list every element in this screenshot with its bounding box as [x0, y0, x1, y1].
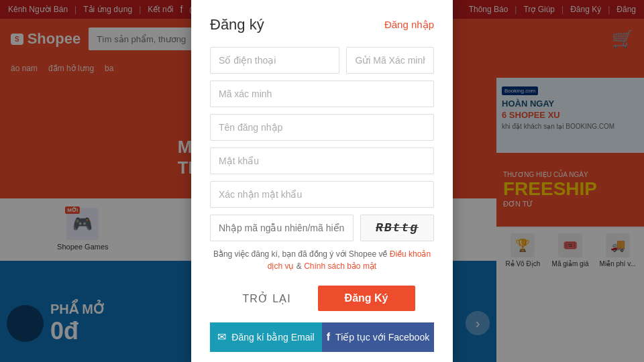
captcha-image: RBttg: [360, 215, 434, 241]
terms-text: Bằng việc đăng kí, bạn đã đồng ý với Sho…: [210, 248, 434, 272]
modal-title: Đăng ký: [210, 16, 264, 34]
register-button[interactable]: Đăng Ký: [318, 286, 415, 311]
modal-overlay: Đăng ký Đăng nhập RBttg: [0, 0, 644, 362]
username-input[interactable]: [210, 114, 434, 141]
back-button[interactable]: TRỞ LẠI: [229, 286, 304, 312]
modal-header: Đăng ký Đăng nhập: [210, 16, 434, 34]
facebook-icon: f: [327, 331, 330, 343]
terms-privacy-link[interactable]: Chính sách bảo mật: [304, 261, 376, 271]
phone-row: [210, 47, 434, 74]
confirm-password-input[interactable]: [210, 181, 434, 208]
email-register-label: Đăng kí bằng Email: [231, 332, 314, 343]
facebook-register-button[interactable]: f Tiếp tục với Facebook: [322, 322, 434, 352]
email-icon: ✉: [217, 330, 226, 343]
register-modal: Đăng ký Đăng nhập RBttg: [191, 0, 453, 362]
terms-and: &: [297, 261, 304, 271]
password-group: [210, 147, 434, 174]
username-group: [210, 114, 434, 141]
modal-login-link[interactable]: Đăng nhập: [384, 19, 434, 31]
send-code-btn[interactable]: [346, 47, 434, 74]
verification-group: [210, 80, 434, 107]
verification-input[interactable]: [210, 80, 434, 107]
terms-prefix: Bằng việc đăng kí, bạn đã đồng ý với Sho…: [213, 249, 390, 259]
confirm-password-group: [210, 181, 434, 208]
phone-input[interactable]: [210, 47, 339, 74]
captcha-input[interactable]: [210, 215, 354, 241]
captcha-row: RBttg: [210, 215, 434, 241]
email-register-button[interactable]: ✉ Đăng kí bằng Email: [210, 322, 322, 352]
facebook-register-label: Tiếp tục với Facebook: [335, 332, 429, 343]
password-input[interactable]: [210, 147, 434, 174]
modal-actions: TRỞ LẠI Đăng Ký: [210, 286, 434, 312]
social-buttons: ✉ Đăng kí bằng Email f Tiếp tục với Face…: [210, 322, 434, 352]
